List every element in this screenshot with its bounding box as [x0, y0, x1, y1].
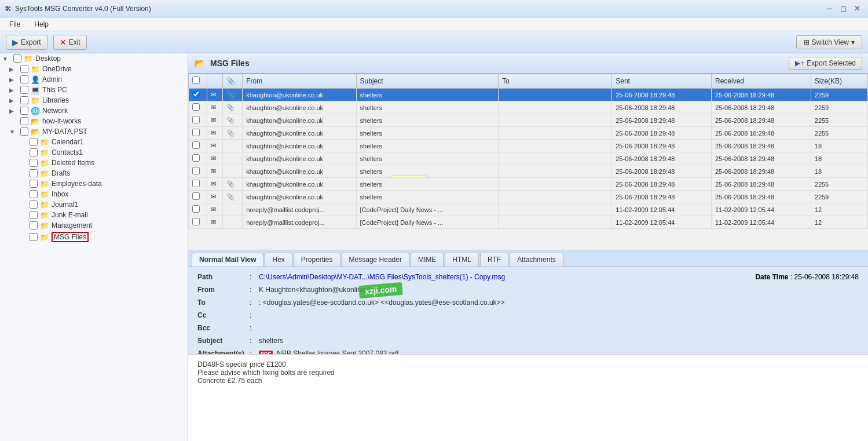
sidebar-item-deleted-items[interactable]: 📁 Deleted Items: [0, 158, 188, 168]
row-checkbox-8[interactable]: [192, 192, 200, 200]
check-management[interactable]: [30, 221, 38, 229]
tab-normal-mail-view[interactable]: Normal Mail View: [192, 253, 263, 267]
col-header-check[interactable]: [189, 74, 207, 89]
check-thispc[interactable]: [20, 86, 28, 94]
toggle-deleteditems[interactable]: [19, 160, 28, 166]
check-msgfiles[interactable]: [30, 233, 38, 241]
tab-properties[interactable]: Properties: [294, 253, 340, 267]
check-onedrive[interactable]: [20, 65, 28, 73]
select-all-checkbox[interactable]: [192, 76, 200, 84]
tab-mime[interactable]: MIME: [411, 253, 444, 267]
row-check-3[interactable]: [189, 127, 207, 140]
check-employeesdata[interactable]: [30, 180, 38, 188]
sidebar-item-my-data-pst[interactable]: ▼ 📂 MY-DATA.PST: [0, 126, 188, 137]
table-row[interactable]: ✉ 📎 khaughton@ukonline.co.uk shelters 25…: [189, 89, 868, 101]
menu-help[interactable]: Help: [30, 19, 53, 30]
tab-rtf[interactable]: RTF: [480, 253, 508, 267]
row-checkbox-7[interactable]: [192, 180, 200, 187]
toggle-drafts[interactable]: [19, 170, 28, 177]
toggle-howitworks[interactable]: [9, 118, 19, 125]
toggle-msgfiles[interactable]: [19, 234, 28, 240]
row-checkbox-0[interactable]: [192, 90, 200, 98]
sidebar-item-onedrive[interactable]: ▶ 📁 OneDrive: [0, 64, 188, 74]
row-check-7[interactable]: [189, 178, 207, 191]
col-header-to[interactable]: To: [498, 74, 611, 89]
row-check-8[interactable]: [189, 191, 207, 203]
col-header-size[interactable]: Size(KB): [811, 74, 867, 89]
table-row[interactable]: ✉ noreply@maillist.codeproj... [CodeProj…: [189, 216, 868, 229]
row-checkbox-1[interactable]: [192, 103, 200, 111]
table-row[interactable]: ✉ khaughton@ukonline.co.uk shelters 25-0…: [189, 152, 868, 165]
switch-view-button[interactable]: ⊞ Switch View ▾: [796, 35, 862, 49]
check-drafts[interactable]: [30, 169, 38, 177]
check-libraries[interactable]: [20, 96, 28, 104]
toggle-mydatapst[interactable]: ▼: [9, 129, 19, 135]
check-calendar1[interactable]: [30, 138, 38, 146]
toggle-contacts1[interactable]: [19, 150, 28, 156]
check-contacts1[interactable]: [30, 148, 38, 156]
minimize-button[interactable]: ─: [823, 2, 836, 15]
row-check-0[interactable]: [189, 89, 207, 101]
table-row[interactable]: ✉ 📎 khaughton@ukonline.co.uk shelters 25…: [189, 178, 868, 191]
toggle-management[interactable]: [19, 223, 28, 229]
row-check-9[interactable]: [189, 203, 207, 216]
sidebar-item-contacts1[interactable]: 📁 Contacts1: [0, 147, 188, 158]
sidebar-item-network[interactable]: ▶ 🌐 Network: [0, 105, 188, 116]
row-check-4[interactable]: [189, 140, 207, 152]
sidebar-item-thispc[interactable]: ▶ 💻 This PC: [0, 85, 188, 95]
row-checkbox-6[interactable]: [192, 167, 200, 174]
row-check-2[interactable]: [189, 114, 207, 127]
table-row[interactable]: ✉ 📎 khaughton@ukonline.co.uk shelters 25…: [189, 101, 868, 114]
tab-html[interactable]: HTML: [445, 253, 479, 267]
row-checkbox-4[interactable]: [192, 141, 200, 149]
tab-message-header[interactable]: Message Header: [342, 253, 409, 267]
sidebar-item-how-it-works[interactable]: 📂 how-it-works: [0, 116, 188, 126]
row-check-6[interactable]: [189, 165, 207, 178]
toggle-inbox[interactable]: [19, 191, 28, 198]
row-checkbox-9[interactable]: [192, 205, 200, 213]
toggle-calendar1[interactable]: [19, 139, 28, 145]
table-row[interactable]: ✉ 📎 khaughton@ukonline.co.uk shelters 25…: [189, 127, 868, 140]
table-row[interactable]: ✉ khaughton@ukonline.co.uk shelters 25-0…: [189, 140, 868, 152]
toggle-employeesdata[interactable]: [19, 181, 28, 187]
check-mydatapst[interactable]: [20, 127, 28, 136]
sidebar-item-inbox[interactable]: 📁 Inbox: [0, 189, 188, 199]
check-admin[interactable]: [20, 75, 28, 83]
col-header-subject[interactable]: Subject: [356, 74, 498, 89]
sidebar-item-junk-email[interactable]: 📁 Junk E-mail: [0, 210, 188, 220]
check-howitworks[interactable]: [20, 117, 28, 125]
row-checkbox-10[interactable]: [192, 218, 200, 225]
sidebar-item-employees-data[interactable]: 📁 Employees-data: [0, 178, 188, 189]
toggle-admin[interactable]: ▶: [9, 76, 19, 83]
path-value[interactable]: C:\Users\Admin\Desktop\MY-DAT...\MSG Fil…: [259, 273, 755, 281]
export-button[interactable]: ▶ Export: [6, 35, 47, 50]
row-check-1[interactable]: [189, 101, 207, 114]
close-button[interactable]: ✕: [851, 2, 863, 15]
export-selected-button[interactable]: ▶+ Export Selected: [789, 57, 862, 70]
sidebar-item-management[interactable]: 📁 Management: [0, 220, 188, 231]
tab-hex[interactable]: Hex: [265, 253, 292, 267]
table-row[interactable]: ✉ 📎 khaughton@ukonline.co.uk shelters 25…: [189, 114, 868, 127]
col-header-received[interactable]: Received: [712, 74, 811, 89]
table-row[interactable]: ✉ 📎 khaughton@ukonline.co.uk shelters 25…: [189, 191, 868, 203]
sidebar-item-libraries[interactable]: ▶ 📁 Libraries: [0, 95, 188, 105]
toggle-onedrive[interactable]: ▶: [9, 66, 19, 72]
tab-attachments[interactable]: Attachments: [510, 253, 563, 267]
menu-file[interactable]: File: [5, 19, 25, 30]
check-junkemail[interactable]: [30, 211, 38, 219]
check-deleteditems[interactable]: [30, 159, 38, 167]
sidebar-item-msg-files[interactable]: 📁 MSG Files: [0, 231, 188, 243]
toggle-libraries[interactable]: ▶: [9, 97, 19, 104]
row-check-5[interactable]: [189, 152, 207, 165]
table-row[interactable]: ✉ khaughton@ukonline.co.uk sheltersshelt…: [189, 165, 868, 178]
toggle-junkemail[interactable]: [19, 212, 28, 218]
check-desktop[interactable]: [13, 54, 21, 63]
toggle-thispc[interactable]: ▶: [9, 87, 19, 93]
row-checkbox-5[interactable]: [192, 154, 200, 162]
sidebar-item-admin[interactable]: ▶ 👤 Admin: [0, 74, 188, 85]
toggle-journal1[interactable]: [19, 202, 28, 208]
row-check-10[interactable]: [189, 216, 207, 229]
check-network[interactable]: [20, 107, 28, 115]
col-header-sent[interactable]: Sent: [612, 74, 712, 89]
sidebar-item-calendar1[interactable]: 📁 Calendar1: [0, 137, 188, 147]
